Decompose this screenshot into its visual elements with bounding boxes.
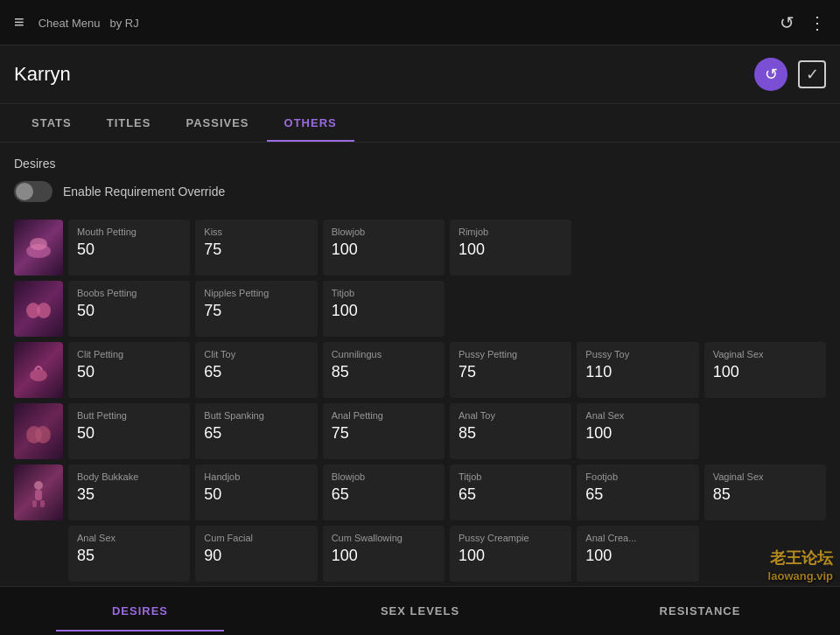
character-name: Karryn — [14, 63, 754, 86]
stat-cell[interactable]: Boobs Petting 50 — [68, 281, 190, 337]
section-title: Desires — [14, 157, 826, 171]
stat-cell[interactable]: Anal Toy 85 — [450, 403, 571, 459]
stat-label: Boobs Petting — [77, 288, 181, 298]
stat-cells-row4: Body Bukkake 35 Handjob 50 Blowjob 65 Ti… — [68, 464, 826, 520]
row-icon-clit — [14, 342, 63, 398]
title-text: Cheat Menu — [38, 17, 101, 30]
stat-label: Kiss — [204, 227, 308, 237]
row-icon-mouth — [14, 220, 63, 276]
tab-titles[interactable]: TITLES — [89, 104, 169, 142]
stat-label: Blowjob — [332, 227, 436, 237]
stat-cell-empty — [704, 403, 826, 459]
stat-cell[interactable]: Clit Petting 50 — [68, 342, 190, 398]
svg-point-7 — [34, 481, 43, 490]
bottom-tab-sex-levels[interactable]: SEX LEVELS — [280, 590, 560, 632]
stat-cell[interactable]: Titjob 100 — [323, 281, 444, 337]
stat-cells-row0: Mouth Petting 50 Kiss 75 Blowjob 100 Rim… — [68, 220, 826, 276]
stat-label: Cum Swallowing — [332, 533, 436, 543]
stat-cell[interactable]: Butt Petting 50 — [68, 403, 190, 459]
stat-cells-row3: Butt Petting 50 Butt Spanking 65 Anal Pe… — [68, 403, 826, 459]
table-row: Mouth Petting 50 Kiss 75 Blowjob 100 Rim… — [14, 220, 826, 276]
header-check-icon: ✓ — [806, 65, 819, 84]
stat-cell[interactable]: Body Bukkake 35 — [68, 464, 190, 520]
stat-label: Anal Sex — [585, 410, 690, 421]
row-icon-boobs — [14, 281, 63, 337]
requirement-override-toggle[interactable] — [14, 181, 52, 202]
stat-label: Nipples Petting — [204, 288, 308, 298]
table-row: Body Bukkake 35 Handjob 50 Blowjob 65 Ti… — [14, 464, 826, 520]
table-row: Boobs Petting 50 Nipples Petting 75 Titj… — [14, 281, 826, 337]
tab-stats[interactable]: STATS — [14, 104, 89, 142]
stat-value: 50 — [204, 485, 308, 504]
stat-label: Anal Sex — [77, 533, 181, 543]
tab-others[interactable]: OTHERS — [267, 104, 354, 142]
stat-cell[interactable]: Mouth Petting 50 — [68, 220, 190, 276]
stat-cell[interactable]: Pussy Toy 110 — [577, 342, 698, 398]
stat-value: 100 — [585, 424, 690, 443]
stat-cell[interactable]: Pussy Creampie 100 — [450, 526, 571, 582]
stat-value: 100 — [332, 547, 436, 565]
stat-cell[interactable]: Vaginal Sex 85 — [704, 464, 826, 520]
stat-cell[interactable]: Footjob 65 — [577, 464, 698, 520]
row-icon-fullbody — [14, 464, 63, 520]
tabs-bar: STATS TITLES PASSIVES OTHERS — [0, 104, 840, 143]
stat-cell[interactable]: Titjob 65 — [450, 464, 571, 520]
stat-cell-empty — [704, 220, 826, 276]
header-row: Karryn ↺ ✓ — [0, 45, 840, 104]
stat-value: 75 — [458, 363, 563, 381]
table-row: Butt Petting 50 Butt Spanking 65 Anal Pe… — [14, 403, 826, 459]
stat-cell-empty — [704, 526, 826, 582]
bottom-tab-desires[interactable]: DESIRES — [0, 590, 280, 632]
stat-label: Anal Petting — [332, 410, 436, 421]
stat-label: Body Bukkake — [77, 471, 181, 482]
header-refresh-button[interactable]: ↺ — [754, 58, 788, 91]
stat-value: 65 — [204, 424, 308, 443]
stat-cell[interactable]: Rimjob 100 — [450, 220, 571, 276]
bottom-tab-resistance[interactable]: RESISTANCE — [560, 590, 840, 632]
stat-label: Titjob — [458, 471, 563, 482]
stat-cell[interactable]: Kiss 75 — [195, 220, 317, 276]
stat-cell[interactable]: Anal Crea... 100 — [577, 526, 698, 582]
top-bar-actions: ↺ ⋮ — [780, 12, 826, 33]
stat-cell-empty — [577, 220, 698, 276]
stat-cell[interactable]: Blowjob 65 — [323, 464, 444, 520]
table-row: Anal Sex 85 Cum Facial 90 Cum Swallowing… — [14, 526, 826, 582]
mouth-icon — [14, 220, 63, 276]
stat-cell[interactable]: Cum Swallowing 100 — [323, 526, 444, 582]
refresh-icon[interactable]: ↺ — [780, 12, 794, 33]
stat-cell[interactable]: Clit Toy 65 — [195, 342, 317, 398]
stat-cell[interactable]: Vaginal Sex 100 — [704, 342, 826, 398]
stat-cell[interactable]: Butt Spanking 65 — [195, 403, 317, 459]
toggle-row: Enable Requirement Override — [14, 181, 826, 202]
menu-icon[interactable]: ≡ — [14, 12, 24, 32]
stat-cell[interactable]: Pussy Petting 75 — [450, 342, 571, 398]
app-title: Cheat Menu by RJ — [38, 13, 780, 31]
stat-label: Rimjob — [458, 227, 563, 237]
stat-cell[interactable]: Nipples Petting 75 — [195, 281, 317, 337]
tab-passives[interactable]: PASSIVES — [168, 104, 266, 142]
stat-value: 50 — [77, 241, 181, 259]
stat-value: 75 — [332, 424, 436, 443]
table-row: Clit Petting 50 Clit Toy 65 Cunnilingus … — [14, 342, 826, 398]
stat-value: 50 — [77, 302, 181, 320]
stat-cell[interactable]: Anal Sex 100 — [577, 403, 698, 459]
stat-cell[interactable]: Anal Petting 75 — [323, 403, 444, 459]
stat-value: 75 — [204, 302, 308, 320]
stat-value: 100 — [332, 241, 436, 259]
stat-cell[interactable]: Handjob 50 — [195, 464, 317, 520]
stat-cell[interactable]: Blowjob 100 — [323, 220, 444, 276]
stat-value: 100 — [458, 241, 563, 259]
stat-cell[interactable]: Anal Sex 85 — [68, 526, 190, 582]
butt-icon — [14, 403, 63, 459]
stat-label: Pussy Toy — [585, 349, 690, 359]
stat-cell[interactable]: Cunnilingus 85 — [323, 342, 444, 398]
stat-cell[interactable]: Cum Facial 90 — [195, 526, 317, 582]
stat-label: Anal Crea... — [585, 533, 690, 543]
stat-value: 90 — [204, 547, 308, 565]
header-check-button[interactable]: ✓ — [798, 60, 826, 88]
more-icon[interactable]: ⋮ — [808, 12, 826, 33]
stat-value: 85 — [458, 424, 563, 443]
stat-label: Anal Toy — [458, 410, 563, 421]
stat-label: Handjob — [204, 471, 308, 482]
svg-point-1 — [30, 238, 47, 250]
